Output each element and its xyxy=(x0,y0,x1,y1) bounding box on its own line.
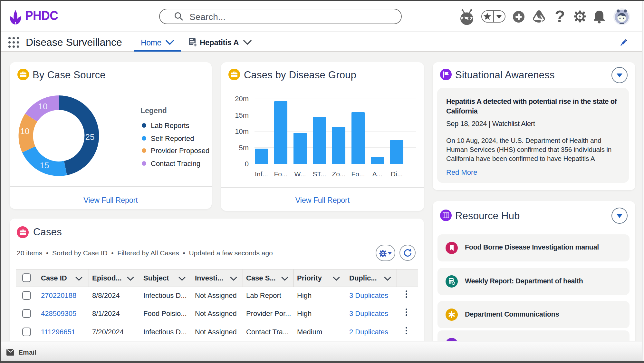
svg-text:10: 10 xyxy=(20,126,30,136)
svg-text:25: 25 xyxy=(85,132,95,142)
svg-text:10: 10 xyxy=(38,102,48,111)
svg-text:15: 15 xyxy=(40,161,49,170)
